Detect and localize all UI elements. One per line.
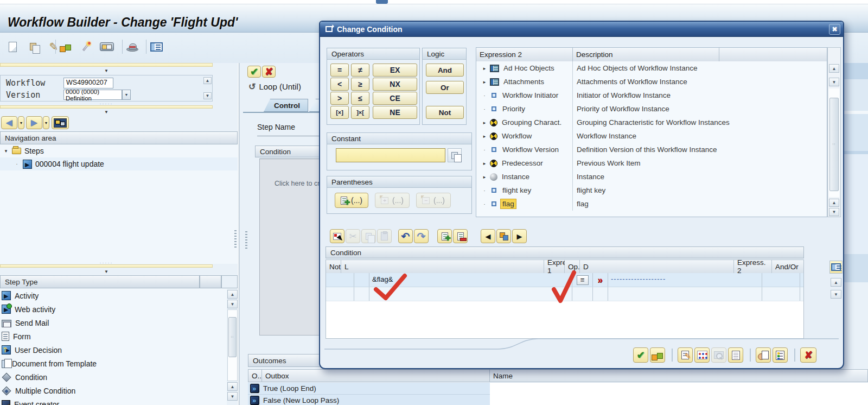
scroll-down-button[interactable]: ▼	[227, 392, 238, 401]
logic-button[interactable]: Not	[426, 106, 464, 119]
expression-tree-row[interactable]: · Workflow Initiator Initiator of Workfl…	[476, 88, 827, 102]
operator-symbol-button[interactable]: ≥	[351, 78, 369, 91]
edit-toolbar-button[interactable]	[453, 229, 468, 243]
collapse-handle[interactable]: ▼	[0, 67, 213, 74]
edit-toolbar-button[interactable]	[437, 229, 452, 243]
scroll-up-button[interactable]: ▲	[829, 199, 839, 207]
operator-symbol-button[interactable]: ≠	[351, 64, 369, 77]
step-type-item[interactable]: Form	[0, 330, 227, 343]
operator-named-button[interactable]: CE	[373, 92, 417, 105]
expression-tree-row[interactable]: ▸ Grouping Charact. Grouping Characteris…	[476, 116, 827, 129]
expression-tree-row[interactable]: · flight key flight key	[476, 183, 827, 197]
step-type-item[interactable]: Condition	[0, 370, 227, 384]
scroll-up-button[interactable]: ▲	[227, 382, 238, 391]
cell-express2[interactable]: -------------------	[608, 273, 762, 287]
step-type-item[interactable]: User Decision	[0, 343, 227, 357]
panel-divider[interactable]	[238, 63, 240, 405]
outcome-row[interactable]: False (New Loop Pass)	[248, 395, 490, 405]
toolbar-button[interactable]	[148, 39, 164, 55]
dialog-cancel-button[interactable]	[800, 347, 816, 363]
logic-button[interactable]: And	[426, 64, 464, 77]
expression-tree-row[interactable]: · Priority Priority of Workflow Instance	[476, 102, 827, 116]
splitter-strip[interactable]	[0, 264, 213, 268]
step-confirm-button[interactable]	[247, 66, 261, 78]
operator-symbol-button[interactable]: ]×[	[351, 106, 369, 119]
splitter-strip[interactable]	[0, 105, 213, 109]
parentheses-button[interactable]: (...)	[375, 193, 410, 208]
tab[interactable]: Control	[264, 99, 308, 112]
scroll-up-button[interactable]: ▲	[227, 290, 238, 299]
cell-not[interactable]	[326, 273, 354, 287]
step-type-item[interactable]: Event creator	[0, 397, 227, 405]
toolbar-button[interactable]	[4, 39, 21, 55]
edit-toolbar-button[interactable]	[496, 229, 511, 243]
footer-button[interactable]	[756, 347, 771, 363]
operator-symbol-button[interactable]: <	[330, 78, 349, 91]
multiple-values-button[interactable]	[448, 148, 462, 162]
step-type-item[interactable]: Web activity	[0, 302, 227, 316]
condition-column-header[interactable]: D	[580, 260, 734, 273]
scroll-down-button[interactable]: ▼	[831, 290, 841, 299]
toolbar-button[interactable]	[58, 39, 74, 55]
edit-toolbar-button[interactable]	[398, 229, 413, 243]
expression-tree-row[interactable]: · flag flag	[476, 197, 827, 211]
forward-dropdown[interactable]: ▼	[43, 116, 49, 129]
condition-column-header[interactable]: Not	[326, 260, 341, 273]
expression-tree-row[interactable]: ▸ Ad Hoc Objects Ad Hoc Objects of Workf…	[476, 61, 827, 75]
splitter-handle[interactable]	[245, 231, 247, 250]
scroll-up-button[interactable]: ▲	[203, 77, 212, 84]
footer-button[interactable]	[728, 347, 743, 363]
expression-tree-row[interactable]: · Workflow Version Definition Version of…	[476, 143, 827, 156]
expression-column-header[interactable]: Expression 2	[476, 48, 573, 61]
operator-symbol-button[interactable]: >	[330, 92, 349, 105]
edit-toolbar-button[interactable]	[481, 229, 495, 243]
tree-node-step[interactable]: · 000004 flight update	[0, 157, 238, 170]
scrollbar-thumb[interactable]: ∷	[829, 98, 839, 191]
condition-column-header[interactable]: Express. 2	[734, 260, 772, 273]
step-type-item[interactable]: Multiple Condition	[0, 384, 227, 397]
step-type-item[interactable]: Document from Template	[0, 357, 227, 370]
outcome-row[interactable]: True (Loop End)	[248, 383, 490, 395]
splitter-strip[interactable]	[0, 63, 213, 67]
expression-tree-row[interactable]: ▸ Instance Instance	[476, 170, 827, 183]
scroll-down-button[interactable]: ▼	[829, 208, 839, 216]
constant-input[interactable]	[336, 148, 445, 162]
footer-button[interactable]	[633, 347, 648, 363]
footer-button[interactable]	[773, 347, 788, 363]
scroll-down-button[interactable]: ▼	[227, 300, 238, 308]
scrollbar-thumb[interactable]: ∷	[228, 317, 237, 357]
footer-button[interactable]	[711, 347, 726, 363]
step-type-item[interactable]: Activity	[0, 289, 227, 302]
footer-button[interactable]	[694, 347, 710, 363]
workflow-input[interactable]: WS49900207	[63, 78, 113, 88]
scroll-down-button[interactable]: ▼	[829, 78, 839, 86]
operator-named-button[interactable]: EX	[373, 64, 417, 77]
parentheses-button[interactable]: (...)	[416, 193, 451, 208]
description-column-header[interactable]: Description	[573, 48, 719, 61]
step-type-item[interactable]: Send Mail	[0, 316, 227, 330]
workflow-graphic-button[interactable]	[52, 116, 69, 129]
version-select[interactable]: 0000 (0000) Definition	[63, 90, 122, 100]
parentheses-button[interactable]: (...)	[335, 193, 368, 208]
back-dropdown[interactable]: ▼	[18, 116, 24, 129]
edit-toolbar-button[interactable]	[377, 229, 392, 243]
forward-button[interactable]	[26, 116, 42, 129]
cell-l[interactable]	[354, 273, 369, 287]
cell-andor[interactable]	[762, 273, 800, 287]
step-cancel-button[interactable]	[262, 66, 276, 78]
condition-column-header[interactable]: L	[341, 260, 544, 273]
edit-toolbar-button[interactable]	[414, 229, 429, 243]
collapse-handle[interactable]: ▼	[0, 109, 213, 115]
close-icon[interactable]: ✖	[829, 24, 840, 35]
scroll-up-button[interactable]: ▲	[829, 64, 839, 73]
logic-button[interactable]: Or	[426, 81, 464, 94]
toolbar-button[interactable]	[25, 39, 41, 55]
toolbar-button[interactable]	[99, 39, 115, 55]
condition-column-header[interactable]: And/Or	[772, 260, 803, 273]
operator-named-button[interactable]: NX	[373, 78, 417, 91]
operator-symbol-button[interactable]: ≤	[351, 92, 369, 105]
collapse-handle[interactable]: ▼	[0, 268, 213, 275]
toolbar-button[interactable]	[124, 39, 141, 55]
operator-named-button[interactable]: NE	[373, 106, 417, 119]
splitter-handle[interactable]	[234, 230, 237, 249]
